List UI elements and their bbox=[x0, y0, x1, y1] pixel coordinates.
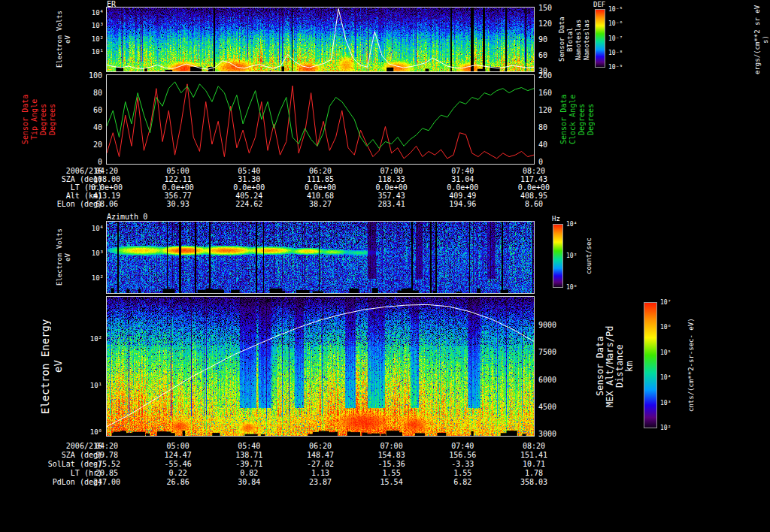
colorbar-unit-text: ergs/(cm**2 sr eV s) bbox=[753, 0, 770, 79]
table-cell: 148.47 bbox=[294, 451, 347, 459]
table-cell: 356.77 bbox=[152, 192, 205, 200]
table-cell: 23.87 bbox=[294, 478, 347, 486]
tick-label: 10³ bbox=[660, 400, 680, 407]
value-row: 20.850.220.821.131.551.551.78 bbox=[80, 469, 560, 477]
axis-label-line: Electron Energy bbox=[39, 297, 52, 436]
table-cell: 8.60 bbox=[508, 200, 560, 208]
time-label: 07:40 bbox=[436, 442, 489, 450]
table-cell: 409.49 bbox=[436, 192, 489, 200]
tip-angle-axis-label: Sensor DataTip AngleDegreesDegrees bbox=[21, 75, 57, 164]
tick-label: 60 bbox=[93, 106, 102, 114]
tick-label: 10⁴ bbox=[660, 374, 680, 381]
spectrogram-summary-page: ER Electron VoltseV 10⁴10³10²10¹ 1501209… bbox=[0, 0, 770, 532]
table-cell: 68.06 bbox=[80, 200, 133, 208]
axis-label-line: Electron Volts bbox=[56, 222, 64, 293]
table2-row-pdlon: PdLon (deg) 247.0026.8630.8423.8715.546.… bbox=[0, 478, 571, 486]
tick-label: 3000 bbox=[538, 430, 565, 438]
table-cell: 26.86 bbox=[152, 478, 205, 486]
value-row: 99.78124.47138.71148.47154.83156.56151.4… bbox=[80, 451, 560, 459]
def-colorbar bbox=[595, 9, 605, 68]
table-cell: 30.84 bbox=[223, 478, 275, 486]
table-cell: 1.13 bbox=[294, 469, 347, 477]
time-label: 06:20 bbox=[294, 442, 347, 450]
tick-label: 10⁴ bbox=[92, 9, 104, 17]
er-right-axis-label: Sensor DataBTotalNanoteslasNanoteslas bbox=[558, 8, 591, 71]
colorbar-unit-text: cnts/(cm**2-sr-sec- eV) bbox=[687, 301, 696, 430]
time-axis-row: 04:2005:0005:4006:2007:0007:4008:20 bbox=[80, 167, 560, 175]
tick-label: 10² bbox=[660, 425, 680, 431]
axis-label-line: Degrees bbox=[578, 75, 587, 164]
table-cell: 1.78 bbox=[508, 469, 560, 477]
time-label: 04:20 bbox=[80, 442, 133, 450]
tick-label: 10⁴ bbox=[92, 225, 104, 232]
tick-label: 10⁻⁵ bbox=[608, 6, 629, 13]
axis-label-line: eV bbox=[64, 222, 72, 293]
tick-label: 0 bbox=[538, 158, 559, 166]
table-cell: 224.62 bbox=[223, 200, 275, 208]
tick-label: 9000 bbox=[538, 321, 565, 329]
energy-right-ticks: 90007500600045003000 bbox=[538, 321, 565, 438]
axis-label-line: Sensor Data bbox=[559, 75, 568, 164]
def-colorbar-unit: ergs/(cm**2 sr eV s) bbox=[753, 0, 770, 79]
table-cell: 0.0e+00 bbox=[365, 183, 418, 192]
tick-label: 160 bbox=[538, 89, 559, 97]
table1-row-elon: ELon (deg) 68.0630.93224.6238.27283.4119… bbox=[0, 200, 571, 208]
time-label: 08:20 bbox=[508, 167, 560, 175]
tick-label: 10³ bbox=[92, 249, 104, 257]
table-cell: 0.82 bbox=[223, 469, 275, 477]
time-label: 08:20 bbox=[508, 442, 560, 450]
table-cell: 0.22 bbox=[152, 469, 205, 477]
table-cell: 20.85 bbox=[80, 469, 133, 477]
time-label: 05:40 bbox=[223, 167, 275, 175]
colorbar-unit-text: count/sec bbox=[585, 224, 593, 288]
hz-colorbar-ticks: 10⁴10²10⁰ bbox=[566, 221, 584, 291]
er-spectrogram-canvas bbox=[106, 7, 535, 72]
azimuth-y-ticks: 10⁴10³10² bbox=[75, 225, 104, 282]
tick-label: 90 bbox=[538, 35, 559, 44]
axis-label-line: Clock Angle bbox=[568, 75, 578, 164]
table-cell: 124.47 bbox=[152, 451, 205, 459]
time-label: 07:40 bbox=[436, 167, 489, 175]
tick-label: 6000 bbox=[538, 376, 565, 384]
tick-label: 10⁰ bbox=[90, 428, 102, 436]
table-cell: 357.43 bbox=[365, 192, 418, 200]
tick-label: 7500 bbox=[538, 348, 565, 356]
tick-label: 40 bbox=[93, 123, 102, 131]
tick-label: 10⁻⁷ bbox=[608, 35, 629, 42]
axis-label-line: Nanoteslas bbox=[574, 8, 583, 71]
axis-label-line: Degrees bbox=[587, 75, 596, 164]
hz-colorbar-unit: count/sec bbox=[585, 224, 593, 288]
tick-label: 20 bbox=[93, 141, 102, 149]
value-row: 0.0e+000.0e+000.0e+000.0e+000.0e+000.0e+… bbox=[80, 183, 560, 192]
table-cell: 15.54 bbox=[365, 478, 418, 486]
hz-colorbar bbox=[553, 224, 563, 288]
axis-label-line: km bbox=[625, 297, 635, 436]
tick-label: 120 bbox=[538, 106, 559, 114]
table-cell: 10.71 bbox=[508, 460, 560, 468]
table-cell: 111.85 bbox=[294, 175, 347, 183]
tick-label: 120 bbox=[538, 20, 559, 28]
def-colorbar-title: DEF bbox=[593, 1, 605, 8]
table-cell: -55.46 bbox=[152, 460, 205, 468]
table-cell: 1.55 bbox=[436, 469, 489, 477]
table-cell: 38.27 bbox=[294, 200, 347, 208]
table-cell: 0.0e+00 bbox=[436, 183, 489, 192]
axis-label-line: eV bbox=[52, 297, 65, 436]
clock-angle-axis-label: Sensor DataClock AngleDegreesDegrees bbox=[559, 75, 596, 164]
table-cell: 31.30 bbox=[223, 175, 275, 183]
energy-y-ticks: 10²10¹10⁰ bbox=[78, 335, 102, 436]
energy-spectrogram-canvas bbox=[106, 296, 535, 437]
table-cell: 408.95 bbox=[508, 192, 560, 200]
time-axis-row: 04:2005:0005:4006:2007:0007:4008:20 bbox=[80, 442, 560, 450]
angle-left-ticks: 100806040200 bbox=[78, 71, 102, 166]
table-cell: 99.78 bbox=[80, 451, 133, 459]
value-row: -75.52-55.46-39.71-27.02-15.36-3.3310.71 bbox=[80, 460, 560, 468]
tick-label: 10³ bbox=[92, 22, 104, 29]
tick-label: 150 bbox=[538, 4, 559, 12]
table-cell: 410.68 bbox=[294, 192, 347, 200]
angle-lineplot-canvas bbox=[106, 74, 535, 165]
hz-colorbar-title: Hz bbox=[552, 215, 560, 222]
time-label: 04:20 bbox=[80, 167, 133, 175]
value-row: 247.0026.8630.8423.8715.546.82358.03 bbox=[80, 478, 560, 486]
table-cell: -15.36 bbox=[365, 460, 418, 468]
